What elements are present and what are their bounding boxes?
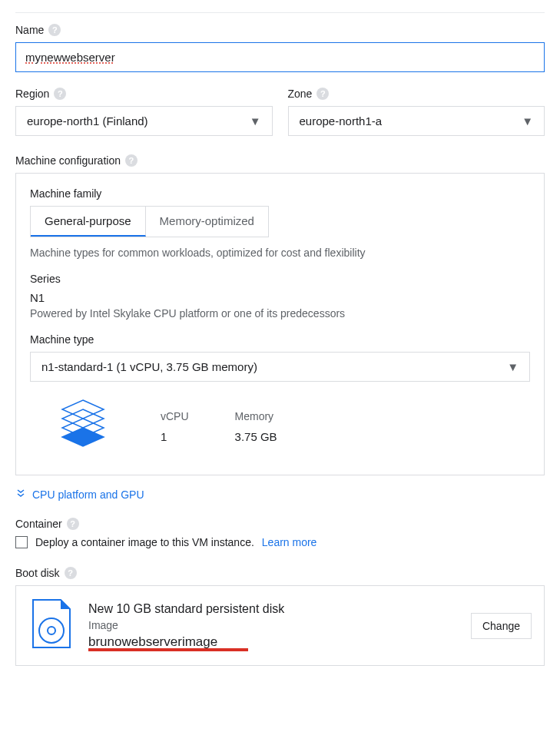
boot-disk-title: New 10 GB standard persistent disk [88, 602, 457, 616]
dropdown-arrow-icon: ▼ [507, 360, 519, 373]
deploy-container-text: Deploy a container image to this VM inst… [35, 536, 254, 548]
machine-type-label: Machine type [30, 333, 530, 346]
tab-memory-optimized[interactable]: Memory-optimized [146, 207, 268, 237]
disk-icon [28, 598, 75, 653]
series-label: Series [30, 273, 530, 285]
svg-point-4 [39, 618, 64, 643]
machine-family-tabs: General-purpose Memory-optimized [30, 206, 269, 237]
deploy-container-row: Deploy a container image to this VM inst… [15, 536, 545, 548]
top-divider [15, 12, 545, 13]
cpu-platform-gpu-label: CPU platform and GPU [32, 488, 144, 501]
name-label: Name [15, 24, 44, 36]
machine-type-value: n1-standard-1 (1 vCPU, 3.75 GB memory) [41, 360, 257, 373]
help-icon[interactable]: ? [316, 88, 329, 100]
dropdown-arrow-icon: ▼ [250, 114, 261, 127]
region-select[interactable]: europe-north1 (Finland) ▼ [15, 106, 273, 136]
series-desc: Powered by Intel Skylake CPU platform or… [30, 307, 530, 320]
memory-value: 3.75 GB [235, 430, 277, 443]
machine-family-desc: Machine types for common workloads, opti… [30, 247, 530, 259]
machine-family-label: Machine family [30, 187, 530, 200]
tab-general-purpose[interactable]: General-purpose [31, 207, 146, 237]
container-label: Container [15, 518, 62, 530]
boot-disk-box: New 10 GB standard persistent disk Image… [15, 585, 545, 666]
help-icon[interactable]: ? [125, 154, 138, 167]
boot-disk-label: Boot disk [15, 567, 60, 579]
boot-disk-image-name: brunowebserverimage [88, 634, 217, 650]
boot-disk-sub: Image [88, 619, 457, 631]
vcpu-value: 1 [161, 430, 189, 443]
region-label: Region [15, 88, 49, 100]
machine-config-box: Machine family General-purpose Memory-op… [15, 173, 545, 475]
annotation-underline [88, 648, 248, 651]
help-icon[interactable]: ? [54, 88, 66, 100]
chevron-double-down-icon [15, 488, 26, 501]
boot-disk-label-row: Boot disk ? [15, 567, 545, 579]
zone-value: europe-north1-a [300, 114, 383, 127]
zone-select[interactable]: europe-north1-a ▼ [288, 106, 545, 136]
machine-type-select[interactable]: n1-standard-1 (1 vCPU, 3.75 GB memory) ▼ [30, 352, 530, 382]
memory-label: Memory [235, 410, 277, 422]
region-value: europe-north1 (Finland) [27, 114, 148, 127]
zone-label: Zone [288, 88, 313, 100]
boot-disk-image-name-text: brunowebserverimage [88, 634, 217, 649]
name-input[interactable]: mynewwebserver [15, 42, 545, 72]
change-button[interactable]: Change [471, 613, 532, 639]
svg-point-5 [48, 627, 55, 634]
help-icon[interactable]: ? [65, 567, 77, 579]
name-input-value: mynewwebserver [25, 51, 115, 64]
deploy-container-checkbox[interactable] [15, 536, 28, 548]
vcpu-label: vCPU [161, 410, 189, 422]
boot-disk-info: New 10 GB standard persistent disk Image… [88, 602, 457, 650]
machine-specs-row: vCPU 1 Memory 3.75 GB [30, 382, 530, 461]
help-icon[interactable]: ? [48, 24, 61, 36]
container-label-row: Container ? [15, 518, 545, 530]
machine-config-label: Machine configuration [15, 154, 121, 167]
dropdown-arrow-icon: ▼ [522, 114, 533, 127]
name-label-row: Name ? [15, 24, 545, 36]
series-value: N1 [30, 291, 530, 304]
help-icon[interactable]: ? [67, 518, 79, 530]
machine-config-label-row: Machine configuration ? [15, 154, 545, 167]
stack-icon [53, 396, 114, 458]
zone-label-row: Zone ? [288, 88, 545, 100]
cpu-platform-gpu-expand[interactable]: CPU platform and GPU [15, 488, 545, 501]
learn-more-link[interactable]: Learn more [262, 536, 317, 548]
region-label-row: Region ? [15, 88, 273, 100]
